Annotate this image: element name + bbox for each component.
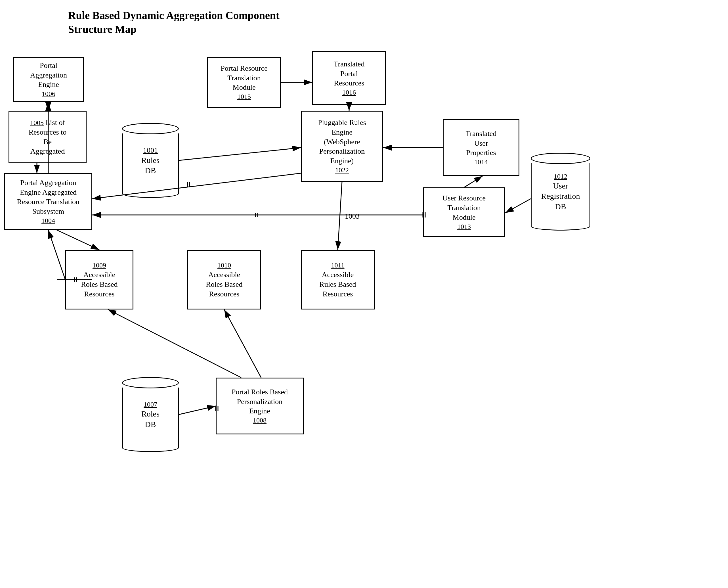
portal-aggregation-subsystem-1004: Portal AggregationEngine AggregatedResou… (4, 173, 92, 230)
svg-line-6 (338, 182, 342, 250)
title-line2: Structure Map (68, 22, 280, 36)
svg-text:1003: 1003 (345, 212, 360, 220)
translated-user-properties-1014: TranslatedUserProperties 1014 (443, 119, 519, 176)
svg-line-20 (108, 310, 241, 378)
svg-line-25 (464, 176, 483, 187)
accessible-rules-based-1011: 1011AccessibleRules BasedResources (301, 250, 374, 310)
accessible-roles-based-1009: 1009AccessibleRoles BasedResources (65, 250, 133, 310)
svg-line-24 (505, 199, 531, 213)
list-resources-1005: 1005 List ofResources toBeAggregated (8, 111, 87, 163)
portal-resource-translation-1015: Portal ResourceTranslationModule 1015 (207, 57, 281, 108)
user-resource-translation-1013: User ResourceTranslationModule 1013 (423, 187, 505, 237)
user-registration-db-1012: 1012 UserRegistrationDB (531, 150, 590, 233)
svg-line-11 (57, 230, 99, 250)
svg-line-21 (224, 310, 261, 378)
title-line1: Rule Based Dynamic Aggregation Component (68, 8, 280, 22)
svg-line-4 (179, 148, 301, 161)
svg-line-19 (179, 406, 216, 415)
pluggable-rules-engine-1022: Pluggable RulesEngine(WebSpherePersonali… (301, 111, 383, 182)
diagram-title: Rule Based Dynamic Aggregation Component… (68, 8, 280, 37)
portal-roles-engine-1008: Portal Roles BasedPersonalizationEngine … (216, 378, 304, 435)
svg-line-12 (48, 230, 65, 280)
translated-portal-resources-1016: TranslatedPortalResources 1016 (312, 51, 386, 105)
rules-db-1001: 1001 RulesDB (122, 122, 179, 199)
portal-aggregation-engine-1006: PortalAggregationEngine 1006 (13, 57, 84, 102)
accessible-roles-based-1010: 1010AccessibleRoles BasedResources (187, 250, 261, 310)
roles-db-1007: 1007 RolesDB (122, 375, 179, 454)
